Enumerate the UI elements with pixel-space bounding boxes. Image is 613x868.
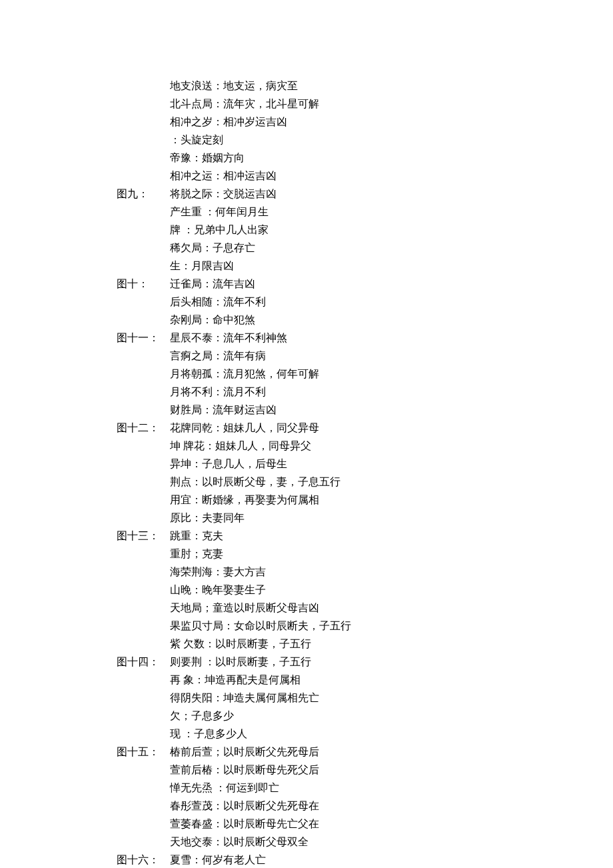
section-label xyxy=(117,257,170,275)
section-label xyxy=(117,509,170,527)
section-label xyxy=(117,671,170,689)
section-label xyxy=(117,815,170,833)
section-label xyxy=(117,95,170,113)
entry-text: 惮无先烝 ：何运到即亡 xyxy=(170,779,279,797)
section-label: 图十五： xyxy=(117,743,170,761)
text-row: 重肘；克妻 xyxy=(117,545,613,563)
section-label xyxy=(117,293,170,311)
entry-text: 星辰不泰：流年不利神煞 xyxy=(170,329,287,347)
text-row: 紫 欠数：以时辰断妻，子五行 xyxy=(117,635,613,653)
entry-text: 异坤：子息几人，后母生 xyxy=(170,455,287,473)
text-row: 后头相随：流年不利 xyxy=(117,293,613,311)
section-label: 图十六： xyxy=(117,851,170,868)
entry-text: 椿前后萱；以时辰断父先死母后 xyxy=(170,743,319,761)
section-label: 图十三： xyxy=(117,527,170,545)
text-row: 生：月限吉凶 xyxy=(117,257,613,275)
text-row: 萱萎春盛：以时辰断母先亡父在 xyxy=(117,815,613,833)
entry-text: 言痾之局：流年有病 xyxy=(170,347,266,365)
text-row: 产生重 ：何年闰月生 xyxy=(117,203,613,221)
section-label xyxy=(117,545,170,563)
text-row: 帝豫：婚姻方向 xyxy=(117,149,613,167)
entry-text: 杂刚局：命中犯煞 xyxy=(170,311,255,329)
section-label xyxy=(117,617,170,635)
entry-text: 牌 ：兄弟中几人出家 xyxy=(170,221,269,239)
text-row: 萱前后椿：以时辰断母先死父后 xyxy=(117,761,613,779)
entry-text: 财胜局：流年财运吉凶 xyxy=(170,401,277,419)
text-row: 再 象：坤造再配夫是何属相 xyxy=(117,671,613,689)
entry-text: 夏雪：何岁有老人亡 xyxy=(170,851,266,868)
section-label xyxy=(117,797,170,815)
section-label: 图九： xyxy=(117,185,170,203)
text-row: 图十五：椿前后萱；以时辰断父先死母后 xyxy=(117,743,613,761)
section-label xyxy=(117,77,170,95)
section-label: 图十四： xyxy=(117,653,170,671)
text-row: 荆点：以时辰断父母，妻，子息五行 xyxy=(117,473,613,491)
text-row: 财胜局：流年财运吉凶 xyxy=(117,401,613,419)
section-label xyxy=(117,437,170,455)
entry-text: 迁雀局：流年吉凶 xyxy=(170,275,255,293)
entry-text: 现 ：子息多少人 xyxy=(170,725,247,743)
entry-text: 则要荆 ：以时辰断妻，子五行 xyxy=(170,653,311,671)
entry-text: 萱萎春盛：以时辰断母先亡父在 xyxy=(170,815,319,833)
section-label xyxy=(117,167,170,185)
entry-text: 紫 欠数：以时辰断妻，子五行 xyxy=(170,635,311,653)
text-row: 图十：迁雀局：流年吉凶 xyxy=(117,275,613,293)
section-label xyxy=(117,239,170,257)
section-label xyxy=(117,833,170,851)
section-label xyxy=(117,491,170,509)
entry-text: 地支浪送：地支运，病灾至 xyxy=(170,77,298,95)
entry-text: 月将朝孤：流月犯煞，何年可解 xyxy=(170,365,319,383)
text-row: 图十一：星辰不泰：流年不利神煞 xyxy=(117,329,613,347)
text-row: 杂刚局：命中犯煞 xyxy=(117,311,613,329)
entry-text: 天地交泰：以时辰断父母双全 xyxy=(170,833,308,851)
section-label xyxy=(117,581,170,599)
text-row: 惮无先烝 ：何运到即亡 xyxy=(117,779,613,797)
text-row: 月将朝孤：流月犯煞，何年可解 xyxy=(117,365,613,383)
entry-text: 天地局；童造以时辰断父母吉凶 xyxy=(170,599,319,617)
entry-text: 后头相随：流年不利 xyxy=(170,293,266,311)
entry-text: 欠；子息多少 xyxy=(170,707,234,725)
section-label xyxy=(117,725,170,743)
section-label: 图十： xyxy=(117,275,170,293)
entry-text: 相冲之岁：相冲岁运吉凶 xyxy=(170,113,287,131)
entry-text: 荆点：以时辰断父母，妻，子息五行 xyxy=(170,473,340,491)
entry-text: 果监贝寸局：女命以时辰断夫，子五行 xyxy=(170,617,351,635)
text-row: 北斗点局：流年灾，北斗星可解 xyxy=(117,95,613,113)
entry-text: 萱前后椿：以时辰断母先死父后 xyxy=(170,761,319,779)
entry-text: 海荣荆海：妻大方吉 xyxy=(170,563,266,581)
text-row: 牌 ：兄弟中几人出家 xyxy=(117,221,613,239)
text-row: 图十四：则要荆 ：以时辰断妻，子五行 xyxy=(117,653,613,671)
text-row: 得阴失阳：坤造夫属何属相先亡 xyxy=(117,689,613,707)
section-label xyxy=(117,221,170,239)
entry-text: 北斗点局：流年灾，北斗星可解 xyxy=(170,95,319,113)
entry-text: 月将不利：流月不利 xyxy=(170,383,266,401)
text-row: 现 ：子息多少人 xyxy=(117,725,613,743)
text-row: 春彤萱茂：以时辰断父先死母在 xyxy=(117,797,613,815)
section-label xyxy=(117,761,170,779)
entry-text: 跳重：克夫 xyxy=(170,527,223,545)
document-page: 地支浪送：地支运，病灾至北斗点局：流年灾，北斗星可解相冲之岁：相冲岁运吉凶：头旋… xyxy=(0,0,613,868)
section-label xyxy=(117,689,170,707)
section-label xyxy=(117,113,170,131)
section-label xyxy=(117,707,170,725)
text-row: 天地局；童造以时辰断父母吉凶 xyxy=(117,599,613,617)
section-label xyxy=(117,131,170,149)
entry-text: 花牌同乾：姐妹几人，同父异母 xyxy=(170,419,319,437)
text-row: 图九：将脱之际：交脱运吉凶 xyxy=(117,185,613,203)
text-row: ：头旋定刻 xyxy=(117,131,613,149)
text-row: 图十三：跳重：克夫 xyxy=(117,527,613,545)
text-row: 异坤：子息几人，后母生 xyxy=(117,455,613,473)
text-row: 欠；子息多少 xyxy=(117,707,613,725)
entry-text: 再 象：坤造再配夫是何属相 xyxy=(170,671,301,689)
text-row: 坤 牌花：姐妹几人，同母异父 xyxy=(117,437,613,455)
section-label xyxy=(117,347,170,365)
entry-text: ：头旋定刻 xyxy=(170,131,223,149)
section-label xyxy=(117,383,170,401)
text-row: 地支浪送：地支运，病灾至 xyxy=(117,77,613,95)
text-row: 海荣荆海：妻大方吉 xyxy=(117,563,613,581)
entry-text: 产生重 ：何年闰月生 xyxy=(170,203,269,221)
text-row: 图十二：花牌同乾：姐妹几人，同父异母 xyxy=(117,419,613,437)
section-label xyxy=(117,149,170,167)
text-row: 相冲之岁：相冲岁运吉凶 xyxy=(117,113,613,131)
section-label xyxy=(117,563,170,581)
